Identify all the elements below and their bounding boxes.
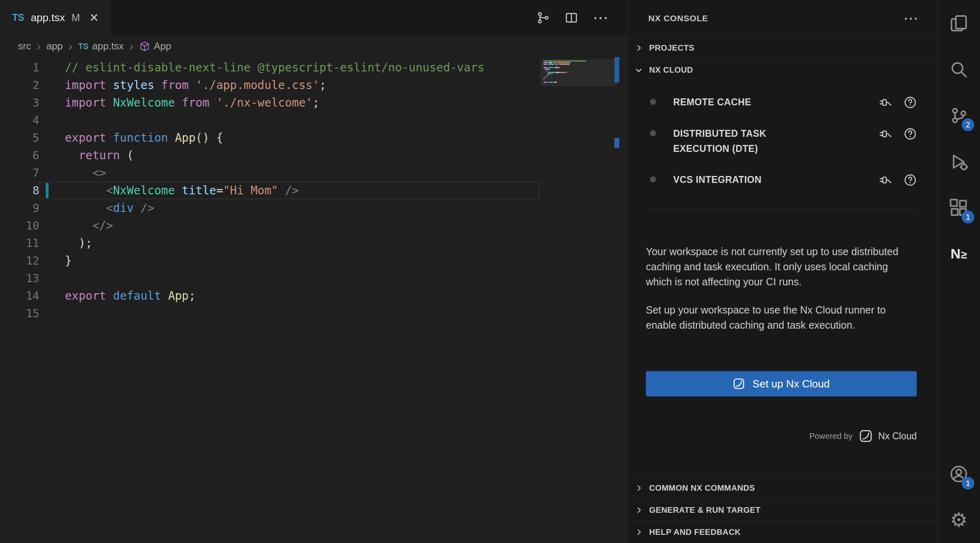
overview-ruler-mark — [614, 138, 619, 148]
line-number[interactable]: 12 — [0, 252, 39, 269]
activity-bar-bottom: 1⚙ — [938, 451, 980, 543]
breadcrumb-item[interactable]: App — [139, 40, 171, 52]
code-line[interactable]: 1// eslint-disable-next-line @typescript… — [0, 59, 627, 76]
tab-app-tsx[interactable]: TS app.tsx M × — [0, 0, 111, 35]
search-icon[interactable] — [938, 46, 980, 92]
chevron-right-icon — [634, 527, 644, 538]
code-line[interactable]: 10 </> — [0, 217, 627, 234]
git-modified-gutter — [46, 183, 49, 198]
tab-filename: app.tsx — [31, 11, 65, 24]
panel-title: NX CONSOLE — [648, 13, 708, 23]
code-line[interactable]: 7 <> — [0, 164, 627, 182]
explorer-icon[interactable] — [938, 0, 980, 46]
feature-label: VCS INTEGRATION — [673, 172, 761, 187]
status-dot-icon — [650, 130, 656, 136]
line-number[interactable]: 8 — [0, 182, 39, 199]
section-label: NX CLOUD — [649, 65, 693, 75]
nx-cloud-feature: VCS INTEGRATION — [646, 172, 917, 187]
code-line[interactable]: 14export default App; — [0, 287, 627, 305]
section-projects[interactable]: PROJECTS — [627, 37, 937, 59]
settings-gear-icon[interactable]: ⚙ — [938, 497, 980, 543]
setup-nx-cloud-button[interactable]: Set up Nx Cloud — [646, 371, 917, 396]
split-editor-icon[interactable] — [565, 11, 578, 24]
activity-bar-top: 21N≥ — [938, 0, 980, 277]
section-label: GENERATE & RUN TARGET — [649, 505, 760, 515]
panel-bottom-sections: COMMON NX COMMANDSGENERATE & RUN TARGETH… — [627, 477, 937, 543]
minimap[interactable] — [543, 60, 613, 85]
activity-bar: 21N≥ 1⚙ — [937, 0, 980, 543]
more-actions-icon[interactable]: ⋯ — [903, 14, 918, 23]
badge: 1 — [962, 211, 974, 223]
panel-section-generate-run-target[interactable]: GENERATE & RUN TARGET — [627, 499, 937, 521]
section-label: COMMON NX COMMANDS — [649, 483, 755, 493]
code-line[interactable]: 8 <NxWelcome title="Hi Mom" /> — [0, 182, 627, 199]
line-number[interactable]: 11 — [0, 234, 39, 252]
vscode-window: TS app.tsx M × ⋯ src›app›TSapp.tsx›App 1… — [0, 0, 980, 543]
source-control-icon[interactable]: 2 — [938, 92, 980, 138]
chevron-separator: › — [69, 40, 73, 52]
code-line[interactable]: 13 — [0, 269, 627, 287]
code-line[interactable]: 15 — [0, 305, 627, 322]
code-lines: 1// eslint-disable-next-line @typescript… — [0, 59, 627, 322]
close-icon[interactable]: × — [90, 10, 98, 25]
section-label: PROJECTS — [649, 43, 694, 53]
help-question-icon[interactable] — [904, 127, 917, 140]
editor-actions: ⋯ — [537, 0, 627, 35]
panel-header: NX CONSOLE ⋯ — [627, 0, 937, 37]
code-line[interactable]: 12} — [0, 252, 627, 269]
nx-cloud-features: REMOTE CACHEDISTRIBUTED TASK EXECUTION (… — [646, 95, 917, 204]
open-changes-icon[interactable] — [537, 11, 550, 24]
breadcrumb-item[interactable]: src — [18, 40, 31, 52]
connect-plug-icon[interactable] — [879, 96, 892, 109]
line-number[interactable]: 7 — [0, 164, 39, 182]
code-line[interactable]: 9 <div /> — [0, 199, 627, 217]
feature-label: REMOTE CACHE — [673, 95, 751, 110]
editor-pane: TS app.tsx M × ⋯ src›app›TSapp.tsx›App 1… — [0, 0, 627, 543]
help-question-icon[interactable] — [904, 96, 917, 109]
breadcrumb-item[interactable]: app — [47, 40, 63, 52]
line-number[interactable]: 2 — [0, 76, 39, 94]
line-number[interactable]: 15 — [0, 305, 39, 322]
code-line[interactable]: 4 — [0, 111, 627, 129]
nx-cloud-icon — [733, 378, 745, 390]
code-line[interactable]: 3import NxWelcome from './nx-welcome'; — [0, 94, 627, 111]
line-number[interactable]: 6 — [0, 147, 39, 164]
accounts-icon[interactable]: 1 — [938, 451, 980, 497]
connect-plug-icon[interactable] — [879, 174, 892, 187]
line-number[interactable]: 14 — [0, 287, 39, 305]
run-debug-icon[interactable] — [938, 138, 980, 185]
line-number[interactable]: 4 — [0, 111, 39, 129]
divider — [646, 209, 917, 210]
status-dot-icon — [650, 176, 656, 182]
code-editor[interactable]: 1// eslint-disable-next-line @typescript… — [0, 57, 627, 543]
code-line[interactable]: 6 return ( — [0, 147, 627, 164]
powered-by-row: Powered by Nx Cloud — [646, 429, 917, 443]
line-number[interactable]: 10 — [0, 217, 39, 234]
line-number[interactable]: 13 — [0, 269, 39, 287]
powered-by-label: Powered by — [809, 432, 853, 441]
line-number[interactable]: 1 — [0, 59, 39, 76]
code-line[interactable]: 5export function App() { — [0, 129, 627, 147]
line-number[interactable]: 9 — [0, 199, 39, 217]
nx-cloud-brand: Nx Cloud — [859, 429, 917, 443]
nx-console-panel: NX CONSOLE ⋯ PROJECTS NX CLOUD REMOTE CA… — [627, 0, 937, 543]
section-nx-cloud[interactable]: NX CLOUD — [627, 59, 937, 81]
setup-button-label: Set up Nx Cloud — [752, 378, 829, 390]
breadcrumb-item[interactable]: TSapp.tsx — [78, 40, 124, 52]
badge: 1 — [962, 477, 974, 490]
code-line[interactable]: 11 ); — [0, 234, 627, 252]
chevron-right-icon — [634, 43, 644, 53]
help-question-icon[interactable] — [904, 174, 917, 187]
typescript-icon: TS — [12, 12, 24, 23]
code-line[interactable]: 2import styles from './app.module.css'; — [0, 76, 627, 94]
line-number[interactable]: 3 — [0, 94, 39, 111]
panel-section-help-and-feedback[interactable]: HELP AND FEEDBACK — [627, 521, 937, 543]
connect-plug-icon[interactable] — [879, 127, 892, 140]
more-actions-icon[interactable]: ⋯ — [593, 13, 609, 22]
extensions-icon[interactable]: 1 — [938, 185, 980, 231]
section-label: HELP AND FEEDBACK — [649, 527, 741, 537]
breadcrumb: src›app›TSapp.tsx›App — [0, 35, 627, 57]
line-number[interactable]: 5 — [0, 129, 39, 147]
nx-console-icon[interactable]: N≥ — [938, 231, 980, 277]
panel-section-common-nx-commands[interactable]: COMMON NX COMMANDS — [627, 477, 937, 499]
